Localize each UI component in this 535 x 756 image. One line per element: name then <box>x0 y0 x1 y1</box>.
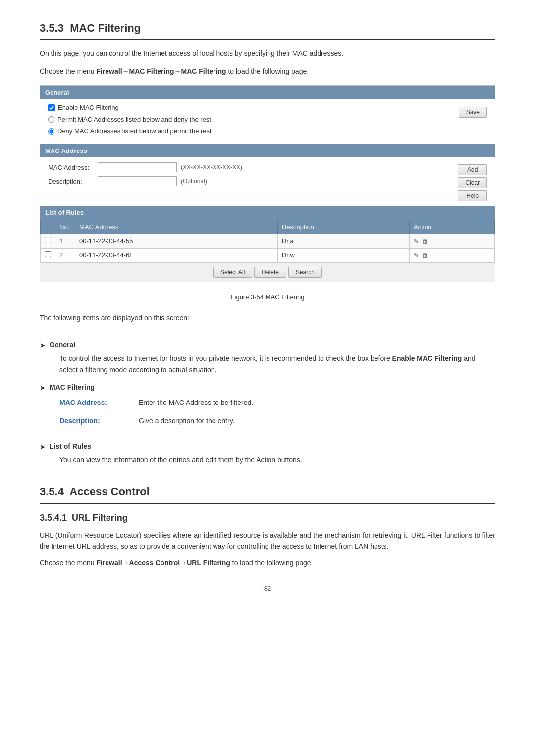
table-row: 1 00-11-22-33-44-55 Dr.a ✎ 🗑 <box>41 234 495 249</box>
deny-radio-label: Deny MAC Addresses listed below and perm… <box>57 126 212 136</box>
url-filtering-title: 3.5.4.1 URL Filtering <box>40 511 495 525</box>
general-desc-item: ➤ General To control the access to Inter… <box>40 340 495 375</box>
url-menu-prefix: Choose the menu <box>40 559 96 567</box>
enable-mac-filtering-label: Enable MAC Filtering <box>58 103 119 113</box>
access-control-heading: Access Control <box>69 485 149 498</box>
general-title: General <box>50 341 75 349</box>
help-button[interactable]: Help <box>458 190 487 201</box>
section-title: 3.5.3 MAC Filtering <box>40 20 495 40</box>
mac-section-header: MAC Address <box>40 144 495 158</box>
url-filtering-heading: URL Filtering <box>72 513 128 523</box>
mac-address-row: MAC Address: (XX-XX-XX-XX-XX-XX) <box>48 162 448 172</box>
edit-icon[interactable]: ✎ <box>414 252 419 259</box>
permit-radio[interactable] <box>48 116 54 123</box>
description-row: Description: (Optional) <box>48 176 448 186</box>
list-of-rules-content: List of Rules You can view the informati… <box>50 441 495 465</box>
intro-paragraph: On this page, you can control the Intern… <box>40 48 495 59</box>
save-button[interactable]: Save <box>459 107 487 118</box>
row-checkbox-cell <box>41 234 55 249</box>
enable-mac-filtering-row: Enable MAC Filtering <box>48 103 487 113</box>
description-input[interactable] <box>98 176 177 186</box>
row-no-cell: 1 <box>55 234 75 249</box>
general-desc: To control the access to Internet for ho… <box>59 353 495 375</box>
list-of-rules-title: List of Rules <box>50 442 91 450</box>
row-no-cell: 2 <box>55 248 75 262</box>
save-button-container: Save <box>459 107 487 118</box>
description-detail-label: Description: <box>59 416 139 426</box>
description-detail: Description: Give a description for the … <box>59 416 495 426</box>
mac-filtering-title: MAC Filtering <box>50 383 95 391</box>
following-items-text: The following items are displayed on thi… <box>40 312 495 323</box>
row-mac-cell: 00-11-22-33-44-55 <box>75 234 278 249</box>
list-of-rules-desc-item: ➤ List of Rules You can view the informa… <box>40 441 495 465</box>
col-action-header: Action <box>409 220 494 234</box>
access-control-number: 3.5.4 <box>40 485 64 498</box>
row-checkbox[interactable] <box>45 251 51 257</box>
delete-button[interactable]: Delete <box>254 267 286 278</box>
mac-filtering-details: MAC Address: Enter the MAC Address to be… <box>50 398 495 426</box>
menu-path-prefix: Choose the menu <box>40 67 96 75</box>
general-arrow: ➤ <box>40 340 46 351</box>
row-desc-cell: Dr.a <box>277 234 409 249</box>
section-number: 3.5.3 <box>40 22 64 34</box>
add-button[interactable]: Add <box>458 164 487 175</box>
col-desc-header: Description <box>277 220 409 234</box>
enable-mac-filtering-checkbox[interactable] <box>48 104 55 111</box>
row-mac-cell: 00-11-22-33-44-6F <box>75 248 278 262</box>
description-hint: (Optional) <box>181 177 207 186</box>
delete-icon[interactable]: 🗑 <box>422 252 428 259</box>
mac-address-detail-label: MAC Address: <box>59 398 139 408</box>
permit-radio-row: Permit MAC Addresses listed below and de… <box>48 115 487 125</box>
list-of-rules-arrow: ➤ <box>40 442 46 452</box>
deny-radio-row: Deny MAC Addresses listed below and perm… <box>48 126 487 136</box>
mac-filtering-arrow: ➤ <box>40 383 46 393</box>
select-all-button[interactable]: Select All <box>213 267 252 278</box>
mac-address-input[interactable] <box>98 162 177 172</box>
config-box: General Enable MAC Filtering Permit MAC … <box>40 85 495 283</box>
url-filtering-number: 3.5.4.1 <box>40 513 67 523</box>
table-bottom-buttons: Select All Delete Search <box>40 262 495 282</box>
table-row: 2 00-11-22-33-44-6F Dr.w ✎ 🗑 <box>41 248 495 262</box>
delete-icon[interactable]: 🗑 <box>422 238 428 245</box>
mac-address-label: MAC Address: <box>48 163 98 173</box>
rules-table: No. MAC Address Description Action 1 00-… <box>40 220 495 263</box>
mac-section-body: MAC Address: (XX-XX-XX-XX-XX-XX) Descrip… <box>40 157 495 206</box>
access-control-title: 3.5.4 Access Control <box>40 483 495 504</box>
col-mac-header: MAC Address <box>75 220 278 234</box>
page-number: -82- <box>40 584 495 594</box>
section-heading: MAC Filtering <box>70 22 141 34</box>
description-detail-text: Give a description for the entry. <box>139 416 495 426</box>
row-action-cell: ✎ 🗑 <box>409 248 494 262</box>
edit-icon[interactable]: ✎ <box>414 238 419 245</box>
col-checkbox-header <box>41 220 55 234</box>
enable-bold: Enable MAC Filtering <box>392 354 462 362</box>
description-label: Description: <box>48 177 98 187</box>
mac-fields: MAC Address: (XX-XX-XX-XX-XX-XX) Descrip… <box>48 162 448 190</box>
general-content: General To control the access to Interne… <box>50 340 495 375</box>
url-filtering-paragraph: URL (Uniform Resource Locator) specifies… <box>40 530 495 552</box>
search-button[interactable]: Search <box>288 267 322 278</box>
row-checkbox[interactable] <box>45 237 51 243</box>
url-filtering-menu-path: Choose the menu Firewall→Access Control→… <box>40 557 495 568</box>
general-section-body: Enable MAC Filtering Permit MAC Addresse… <box>40 99 495 144</box>
menu-path-suffix: to load the following page. <box>226 67 309 75</box>
url-menu-bold: Firewall→Access Control→URL Filtering <box>96 559 230 567</box>
col-no-header: No. <box>55 220 75 234</box>
permit-radio-label: Permit MAC Addresses listed below and de… <box>57 115 211 125</box>
mac-filtering-desc-item: ➤ MAC Filtering MAC Address: Enter the M… <box>40 382 495 434</box>
rules-section-header: List of Rules <box>40 206 495 220</box>
mac-address-detail-text: Enter the MAC Address to be filtered. <box>139 398 495 408</box>
menu-path-paragraph: Choose the menu Firewall→MAC Filtering→M… <box>40 66 495 77</box>
row-action-cell: ✎ 🗑 <box>409 234 494 249</box>
url-menu-suffix: to load the following page. <box>230 559 313 567</box>
mac-filtering-content: MAC Filtering MAC Address: Enter the MAC… <box>50 382 495 434</box>
menu-path-bold: Firewall→MAC Filtering→MAC Filtering <box>96 67 226 75</box>
clear-button[interactable]: Clear <box>458 177 487 188</box>
mac-action-buttons: Add Clear Help <box>458 162 487 201</box>
row-checkbox-cell <box>41 248 55 262</box>
general-section-header: General <box>40 86 495 100</box>
row-desc-cell: Dr.w <box>277 248 409 262</box>
figure-caption: Figure 3-54 MAC Filtering <box>40 292 495 302</box>
mac-address-hint: (XX-XX-XX-XX-XX-XX) <box>181 163 242 172</box>
deny-radio[interactable] <box>48 128 54 135</box>
